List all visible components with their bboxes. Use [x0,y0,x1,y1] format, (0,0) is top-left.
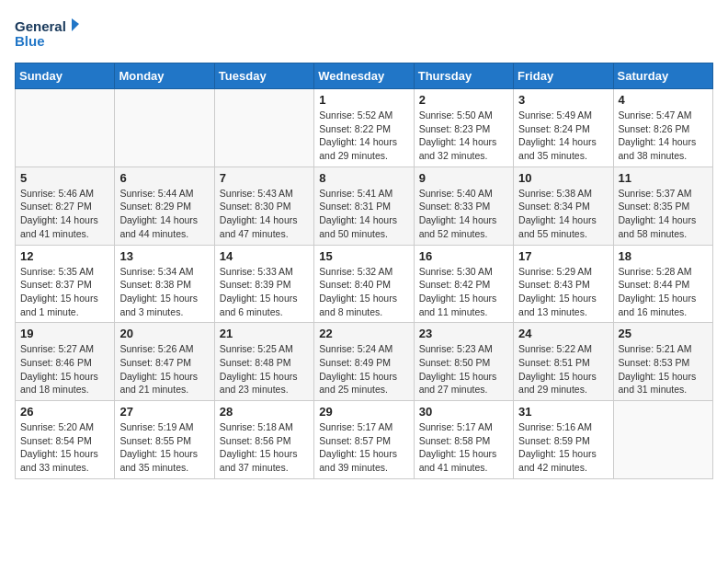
calendar-cell: 23Sunrise: 5:23 AM Sunset: 8:50 PM Dayli… [414,323,513,401]
day-number: 20 [119,327,209,340]
day-info: Sunrise: 5:32 AM Sunset: 8:40 PM Dayligh… [319,265,408,319]
day-number: 28 [220,405,309,419]
day-info: Sunrise: 5:33 AM Sunset: 8:39 PM Dayligh… [220,265,309,319]
calendar-cell: 28Sunrise: 5:18 AM Sunset: 8:56 PM Dayli… [214,401,313,479]
calendar-cell: 7Sunrise: 5:43 AM Sunset: 8:30 PM Daylig… [214,167,313,245]
day-info: Sunrise: 5:40 AM Sunset: 8:33 PM Dayligh… [419,187,508,241]
day-number: 24 [518,327,608,340]
day-number: 11 [619,171,708,185]
calendar-cell: 30Sunrise: 5:17 AM Sunset: 8:58 PM Dayli… [414,401,513,479]
day-number: 2 [419,93,508,107]
col-header-friday: Friday [514,63,613,89]
day-info: Sunrise: 5:21 AM Sunset: 8:53 PM Dayligh… [619,342,708,396]
day-info: Sunrise: 5:22 AM Sunset: 8:51 PM Dayligh… [518,342,608,396]
day-number: 23 [419,327,508,340]
calendar-cell: 1Sunrise: 5:52 AM Sunset: 8:22 PM Daylig… [314,89,414,167]
day-info: Sunrise: 5:41 AM Sunset: 8:31 PM Dayligh… [319,187,408,241]
day-number: 17 [518,249,608,263]
day-info: Sunrise: 5:43 AM Sunset: 8:30 PM Dayligh… [220,187,309,241]
day-number: 8 [319,171,408,185]
calendar-cell: 20Sunrise: 5:26 AM Sunset: 8:47 PM Dayli… [115,323,214,401]
calendar-table: SundayMondayTuesdayWednesdayThursdayFrid… [15,63,713,479]
day-info: Sunrise: 5:24 AM Sunset: 8:49 PM Dayligh… [319,342,408,396]
calendar-header-row: SundayMondayTuesdayWednesdayThursdayFrid… [16,63,713,89]
calendar-cell: 29Sunrise: 5:17 AM Sunset: 8:57 PM Dayli… [314,401,414,479]
day-number: 31 [518,405,608,419]
calendar-cell: 31Sunrise: 5:16 AM Sunset: 8:59 PM Dayli… [514,401,613,479]
day-info: Sunrise: 5:27 AM Sunset: 8:46 PM Dayligh… [20,342,109,396]
day-info: Sunrise: 5:25 AM Sunset: 8:48 PM Dayligh… [220,342,309,396]
col-header-thursday: Thursday [414,63,513,89]
day-info: Sunrise: 5:23 AM Sunset: 8:50 PM Dayligh… [419,342,508,396]
calendar-cell: 4Sunrise: 5:47 AM Sunset: 8:26 PM Daylig… [613,89,712,167]
day-info: Sunrise: 5:47 AM Sunset: 8:26 PM Dayligh… [619,109,708,163]
day-info: Sunrise: 5:19 AM Sunset: 8:55 PM Dayligh… [119,420,209,475]
day-info: Sunrise: 5:29 AM Sunset: 8:43 PM Dayligh… [518,265,608,319]
svg-marker-2 [72,18,79,31]
col-header-sunday: Sunday [16,63,115,89]
day-number: 5 [20,171,109,185]
col-header-monday: Monday [115,63,214,89]
day-info: Sunrise: 5:16 AM Sunset: 8:59 PM Dayligh… [518,420,608,475]
day-number: 4 [619,93,708,107]
svg-text:Blue: Blue [15,33,45,49]
calendar-week-row: 19Sunrise: 5:27 AM Sunset: 8:46 PM Dayli… [16,323,713,401]
day-number: 25 [619,327,708,340]
calendar-cell: 26Sunrise: 5:20 AM Sunset: 8:54 PM Dayli… [16,401,115,479]
day-info: Sunrise: 5:28 AM Sunset: 8:44 PM Dayligh… [619,265,708,319]
day-number: 29 [319,405,408,419]
day-info: Sunrise: 5:35 AM Sunset: 8:37 PM Dayligh… [20,265,109,319]
calendar-cell: 13Sunrise: 5:34 AM Sunset: 8:38 PM Dayli… [115,245,214,323]
day-info: Sunrise: 5:46 AM Sunset: 8:27 PM Dayligh… [20,187,109,241]
calendar-cell: 18Sunrise: 5:28 AM Sunset: 8:44 PM Dayli… [613,245,712,323]
calendar-cell: 16Sunrise: 5:30 AM Sunset: 8:42 PM Dayli… [414,245,513,323]
day-number: 21 [220,327,309,340]
calendar-week-row: 1Sunrise: 5:52 AM Sunset: 8:22 PM Daylig… [16,89,713,167]
day-info: Sunrise: 5:52 AM Sunset: 8:22 PM Dayligh… [319,109,408,163]
day-number: 1 [319,93,408,107]
day-number: 16 [419,249,508,263]
calendar-cell [115,89,214,167]
logo-svg: General Blue [15,15,79,52]
calendar-cell [16,89,115,167]
day-number: 3 [518,93,608,107]
calendar-cell [214,89,313,167]
day-number: 26 [20,405,109,419]
calendar-cell: 2Sunrise: 5:50 AM Sunset: 8:23 PM Daylig… [414,89,513,167]
calendar-cell: 11Sunrise: 5:37 AM Sunset: 8:35 PM Dayli… [613,167,712,245]
day-number: 14 [220,249,309,263]
calendar-cell: 25Sunrise: 5:21 AM Sunset: 8:53 PM Dayli… [613,323,712,401]
logo: General Blue [15,15,79,52]
calendar-cell: 27Sunrise: 5:19 AM Sunset: 8:55 PM Dayli… [115,401,214,479]
day-info: Sunrise: 5:30 AM Sunset: 8:42 PM Dayligh… [419,265,508,319]
day-number: 9 [419,171,508,185]
day-info: Sunrise: 5:34 AM Sunset: 8:38 PM Dayligh… [119,265,209,319]
col-header-tuesday: Tuesday [214,63,313,89]
day-number: 30 [419,405,508,419]
calendar-cell: 9Sunrise: 5:40 AM Sunset: 8:33 PM Daylig… [414,167,513,245]
calendar-cell: 15Sunrise: 5:32 AM Sunset: 8:40 PM Dayli… [314,245,414,323]
col-header-saturday: Saturday [613,63,712,89]
day-number: 12 [20,249,109,263]
day-info: Sunrise: 5:17 AM Sunset: 8:57 PM Dayligh… [319,420,408,475]
day-number: 19 [20,327,109,340]
day-number: 13 [119,249,209,263]
calendar-cell: 17Sunrise: 5:29 AM Sunset: 8:43 PM Dayli… [514,245,613,323]
day-number: 7 [220,171,309,185]
day-info: Sunrise: 5:37 AM Sunset: 8:35 PM Dayligh… [619,187,708,241]
calendar-cell: 8Sunrise: 5:41 AM Sunset: 8:31 PM Daylig… [314,167,414,245]
calendar-cell [613,401,712,479]
day-info: Sunrise: 5:26 AM Sunset: 8:47 PM Dayligh… [119,342,209,396]
calendar-cell: 24Sunrise: 5:22 AM Sunset: 8:51 PM Dayli… [514,323,613,401]
day-info: Sunrise: 5:17 AM Sunset: 8:58 PM Dayligh… [419,420,508,475]
day-info: Sunrise: 5:49 AM Sunset: 8:24 PM Dayligh… [518,109,608,163]
calendar-cell: 5Sunrise: 5:46 AM Sunset: 8:27 PM Daylig… [16,167,115,245]
calendar-cell: 6Sunrise: 5:44 AM Sunset: 8:29 PM Daylig… [115,167,214,245]
day-number: 18 [619,249,708,263]
day-number: 6 [119,171,209,185]
day-info: Sunrise: 5:50 AM Sunset: 8:23 PM Dayligh… [419,109,508,163]
calendar-week-row: 5Sunrise: 5:46 AM Sunset: 8:27 PM Daylig… [16,167,713,245]
calendar-cell: 12Sunrise: 5:35 AM Sunset: 8:37 PM Dayli… [16,245,115,323]
page-header: General Blue [15,15,713,52]
day-number: 22 [319,327,408,340]
